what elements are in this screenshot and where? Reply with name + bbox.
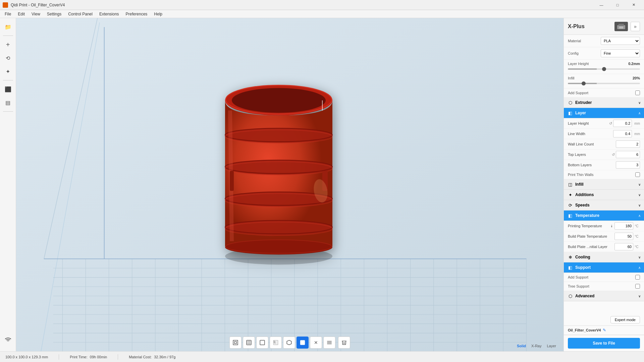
layer-view-label[interactable]: Layer (545, 343, 558, 349)
menu-extensions[interactable]: Extensions (96, 11, 122, 17)
material-label: Material (568, 39, 598, 43)
infill-slider-track (568, 81, 640, 86)
save-to-file-button[interactable]: Save to File (568, 338, 640, 349)
material-cost-static-label: Material Cost: (129, 355, 152, 359)
cooling-section-header[interactable]: ❄ Cooling ∨ (564, 252, 644, 262)
viewport[interactable]: Solid X-Ray Layer ✕ (16, 18, 564, 351)
speeds-section-header[interactable]: ⟳ Speeds ∨ (564, 200, 644, 210)
expand-button[interactable]: » (631, 22, 640, 31)
infill-header-left: ◫ Infill (567, 181, 584, 187)
cooling-title: Cooling (575, 255, 590, 259)
mirror-button[interactable]: ✦ (2, 65, 14, 77)
close-button[interactable]: ✕ (626, 0, 641, 10)
layer-icon: ◧ (567, 110, 573, 116)
advanced-section-header[interactable]: ⬡ Advanced ∨ (564, 291, 644, 301)
top-layers-reset[interactable]: ↺ (610, 152, 616, 157)
menu-preferences[interactable]: Preferences (122, 11, 151, 17)
layer-height-field-row: Layer Height ↺ mm (564, 118, 644, 129)
perspective-btn[interactable] (229, 337, 241, 349)
material-select[interactable]: PLA PETG ABS (601, 37, 640, 45)
menu-control-panel[interactable]: Control Panel (65, 11, 96, 17)
infill-chevron: ∨ (638, 183, 641, 186)
top-layers-label: Top Layers (568, 153, 610, 157)
maximize-button[interactable]: □ (610, 0, 625, 10)
menu-settings[interactable]: Settings (44, 11, 65, 17)
title-bar: Qidi Print - Oil_Filter_CoverV4 — □ ✕ (0, 0, 644, 10)
svg-rect-57 (230, 171, 234, 191)
build-plate-temp-input[interactable] (614, 233, 633, 240)
add-support-checkbox[interactable] (635, 90, 640, 95)
additions-section-header[interactable]: ✦ Additions ∨ (564, 190, 644, 200)
bottom-layers-input[interactable] (616, 161, 640, 169)
delete-btn[interactable] (338, 337, 350, 349)
layers-button[interactable]: ▤ (2, 97, 14, 109)
layer-height-input[interactable] (613, 120, 632, 127)
xray-view-label[interactable]: X-Ray (529, 343, 544, 349)
expert-mode-button[interactable]: Expert mode (610, 316, 640, 323)
window-title: Qidi Print - Oil_Filter_CoverV4 (11, 3, 65, 7)
3d-model (192, 64, 366, 273)
settings-area: Material PLA PETG ABS Config Fine Normal… (564, 35, 644, 314)
infill-slider-input[interactable] (568, 83, 640, 84)
support-section-header[interactable]: ◧ Support ∧ (564, 262, 644, 273)
panel-header-right: » (614, 22, 640, 31)
build-plate-initial-row: Build Plate ...nitial Layer °C (564, 242, 644, 252)
solid-view-btn[interactable] (297, 337, 309, 349)
panel-title: X-Plus (568, 23, 585, 29)
right-view-btn[interactable] (283, 337, 295, 349)
speeds-header-left: ⟳ Speeds (567, 202, 590, 208)
toolbar-separator-3 (3, 111, 13, 112)
printing-temp-icon: 🌡 (609, 223, 614, 229)
solid-view-label[interactable]: Solid (515, 343, 528, 349)
build-plate-initial-label: Build Plate ...nitial Layer (568, 245, 609, 249)
config-select[interactable]: Fine Normal Draft (601, 49, 640, 57)
wifi-button[interactable] (2, 334, 14, 346)
menu-file[interactable]: File (1, 11, 14, 17)
view3d-button[interactable]: ⬛ (2, 83, 14, 95)
print-thin-walls-checkbox[interactable] (635, 172, 640, 177)
infill-section-header[interactable]: ◫ Infill ∨ (564, 179, 644, 190)
material-cost-label: Material Cost: 32.36m / 97g (129, 355, 175, 359)
left-view-btn[interactable] (270, 337, 282, 349)
menu-edit[interactable]: Edit (14, 11, 28, 17)
model-svg (192, 64, 366, 272)
layer-height-reset[interactable]: ↺ (608, 121, 613, 126)
view-controls: Solid X-Ray Layer (515, 343, 558, 349)
menu-view[interactable]: View (28, 11, 44, 17)
printing-temp-input[interactable] (614, 222, 633, 230)
edit-filename-icon[interactable]: ✎ (603, 328, 606, 333)
extruder-chevron: ∨ (638, 101, 641, 105)
line-width-input[interactable] (613, 130, 632, 137)
line-width-label: Line Width (568, 132, 608, 136)
build-plate-initial-input[interactable] (614, 243, 633, 250)
infill-slider-label: Infill (568, 76, 575, 80)
extruder-title: Extruder (575, 100, 592, 105)
extruder-section-header[interactable]: ⬡ Extruder ∨ (564, 98, 644, 108)
menu-help[interactable]: Help (151, 11, 166, 17)
wall-line-count-input[interactable] (616, 140, 640, 148)
temperature-section-header[interactable]: ◧ Temperature ∧ (564, 210, 644, 221)
xray-btn[interactable]: ✕ (310, 337, 322, 349)
line-width-field-row: Line Width mm (564, 129, 644, 139)
svg-point-40 (232, 88, 326, 113)
bottom-layers-field-row: Bottom Layers (564, 160, 644, 170)
extruder-icon: ⬡ (567, 100, 573, 106)
support-add-checkbox[interactable] (635, 275, 640, 280)
layer-height-slider-input[interactable] (568, 68, 640, 70)
svg-rect-63 (619, 24, 624, 26)
layer-btn[interactable] (323, 337, 335, 349)
tree-support-checkbox[interactable] (635, 284, 640, 289)
layer-section-header[interactable]: ◧ Layer ∧ (564, 108, 644, 118)
rotate-button[interactable]: ⟲ (2, 52, 14, 64)
add-object-button[interactable]: + (2, 39, 14, 51)
top-layers-input[interactable] (616, 151, 640, 158)
open-folder-button[interactable]: 📁 (2, 21, 14, 33)
file-label-row: Oil_Filter_CoverV4 ✎ (564, 326, 644, 335)
advanced-header-left: ⬡ Advanced (567, 293, 594, 299)
support-header-left: ◧ Support (567, 264, 591, 270)
back-view-btn[interactable] (256, 337, 268, 349)
print-time-label: Print Time: 09h 00min (70, 355, 107, 359)
front-view-btn[interactable] (243, 337, 255, 349)
minimize-button[interactable]: — (594, 0, 609, 10)
save-section: Save to File (564, 335, 644, 351)
